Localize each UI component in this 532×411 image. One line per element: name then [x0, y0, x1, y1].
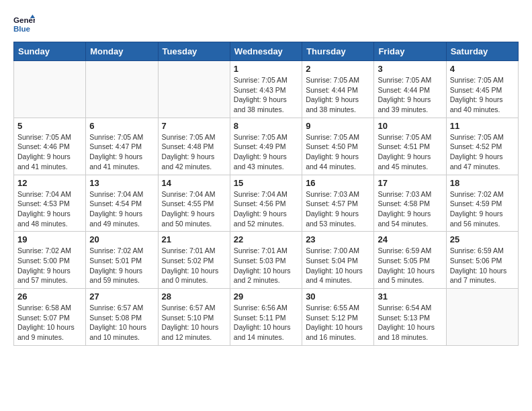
day-number: 8: [234, 121, 298, 131]
calendar-cell: 22Sunrise: 7:01 AM Sunset: 5:03 PM Dayli…: [230, 232, 302, 289]
day-number: 6: [89, 121, 154, 131]
calendar-cell: 27Sunrise: 6:57 AM Sunset: 5:08 PM Dayli…: [86, 289, 158, 346]
calendar-cell: 24Sunrise: 6:59 AM Sunset: 5:05 PM Dayli…: [374, 232, 446, 289]
day-info: Sunrise: 7:05 AM Sunset: 4:51 PM Dayligh…: [378, 132, 442, 172]
calendar-cell: 25Sunrise: 6:59 AM Sunset: 5:06 PM Dayli…: [446, 232, 518, 289]
day-number: 24: [378, 234, 442, 244]
calendar-cell: 15Sunrise: 7:04 AM Sunset: 4:56 PM Dayli…: [230, 175, 302, 232]
day-info: Sunrise: 6:57 AM Sunset: 5:10 PM Dayligh…: [162, 303, 226, 342]
day-info: Sunrise: 7:05 AM Sunset: 4:52 PM Dayligh…: [450, 132, 515, 172]
calendar-cell: 30Sunrise: 6:55 AM Sunset: 5:12 PM Dayli…: [302, 289, 374, 346]
day-info: Sunrise: 7:05 AM Sunset: 4:43 PM Dayligh…: [234, 75, 298, 115]
day-number: 19: [17, 234, 82, 244]
day-number: 26: [17, 291, 82, 302]
day-info: Sunrise: 7:05 AM Sunset: 4:44 PM Dayligh…: [378, 75, 442, 115]
calendar-cell: 1Sunrise: 7:05 AM Sunset: 4:43 PM Daylig…: [230, 61, 302, 118]
calendar-cell: 11Sunrise: 7:05 AM Sunset: 4:52 PM Dayli…: [446, 118, 518, 175]
calendar-cell: [446, 289, 518, 346]
calendar-cell: 10Sunrise: 7:05 AM Sunset: 4:51 PM Dayli…: [374, 118, 446, 175]
svg-text:Blue: Blue: [13, 25, 31, 33]
day-info: Sunrise: 6:54 AM Sunset: 5:13 PM Dayligh…: [378, 303, 442, 342]
day-number: 18: [450, 178, 515, 188]
calendar-cell: 14Sunrise: 7:04 AM Sunset: 4:55 PM Dayli…: [158, 175, 230, 232]
day-number: 5: [17, 121, 82, 131]
weekday-header-thursday: Thursday: [302, 42, 374, 61]
calendar-cell: 28Sunrise: 6:57 AM Sunset: 5:10 PM Dayli…: [158, 289, 230, 346]
calendar-cell: 13Sunrise: 7:04 AM Sunset: 4:54 PM Dayli…: [86, 175, 158, 232]
logo: General Blue: [13, 13, 35, 35]
day-info: Sunrise: 7:05 AM Sunset: 4:48 PM Dayligh…: [162, 132, 226, 172]
day-number: 10: [378, 121, 442, 131]
calendar-cell: 4Sunrise: 7:05 AM Sunset: 4:45 PM Daylig…: [446, 61, 518, 118]
weekday-header-wednesday: Wednesday: [230, 42, 302, 61]
day-number: 23: [306, 234, 370, 244]
day-info: Sunrise: 6:59 AM Sunset: 5:05 PM Dayligh…: [378, 246, 442, 285]
page-header: General Blue: [13, 13, 519, 35]
day-info: Sunrise: 7:02 AM Sunset: 5:01 PM Dayligh…: [89, 246, 154, 285]
day-number: 15: [234, 178, 298, 188]
weekday-header-friday: Friday: [374, 42, 446, 61]
calendar-cell: 29Sunrise: 6:56 AM Sunset: 5:11 PM Dayli…: [230, 289, 302, 346]
day-info: Sunrise: 6:56 AM Sunset: 5:11 PM Dayligh…: [234, 303, 298, 342]
calendar-cell: 17Sunrise: 7:03 AM Sunset: 4:58 PM Dayli…: [374, 175, 446, 232]
day-info: Sunrise: 7:05 AM Sunset: 4:45 PM Dayligh…: [450, 75, 515, 115]
day-info: Sunrise: 6:58 AM Sunset: 5:07 PM Dayligh…: [17, 303, 82, 342]
calendar-cell: 23Sunrise: 7:00 AM Sunset: 5:04 PM Dayli…: [302, 232, 374, 289]
day-number: 29: [234, 291, 298, 302]
day-info: Sunrise: 7:05 AM Sunset: 4:46 PM Dayligh…: [17, 132, 82, 172]
day-number: 16: [306, 178, 370, 188]
day-info: Sunrise: 7:05 AM Sunset: 4:47 PM Dayligh…: [89, 132, 154, 172]
day-number: 22: [234, 234, 298, 244]
calendar-cell: [14, 61, 86, 118]
calendar-cell: 9Sunrise: 7:05 AM Sunset: 4:50 PM Daylig…: [302, 118, 374, 175]
day-info: Sunrise: 7:00 AM Sunset: 5:04 PM Dayligh…: [306, 246, 370, 285]
weekday-header-sunday: Sunday: [14, 42, 86, 61]
calendar-cell: 20Sunrise: 7:02 AM Sunset: 5:01 PM Dayli…: [86, 232, 158, 289]
calendar-cell: 26Sunrise: 6:58 AM Sunset: 5:07 PM Dayli…: [14, 289, 86, 346]
day-number: 25: [450, 234, 515, 244]
calendar-cell: 21Sunrise: 7:01 AM Sunset: 5:02 PM Dayli…: [158, 232, 230, 289]
day-number: 3: [378, 64, 442, 74]
day-info: Sunrise: 7:04 AM Sunset: 4:56 PM Dayligh…: [234, 189, 298, 229]
calendar-cell: [158, 61, 230, 118]
day-number: 21: [162, 234, 226, 244]
day-info: Sunrise: 7:04 AM Sunset: 4:54 PM Dayligh…: [89, 189, 154, 229]
day-info: Sunrise: 7:01 AM Sunset: 5:02 PM Dayligh…: [162, 246, 226, 285]
calendar-cell: 19Sunrise: 7:02 AM Sunset: 5:00 PM Dayli…: [14, 232, 86, 289]
day-number: 12: [17, 178, 82, 188]
day-info: Sunrise: 7:03 AM Sunset: 4:57 PM Dayligh…: [306, 189, 370, 229]
calendar-table: SundayMondayTuesdayWednesdayThursdayFrid…: [13, 42, 519, 346]
day-info: Sunrise: 7:03 AM Sunset: 4:58 PM Dayligh…: [378, 189, 442, 229]
day-number: 28: [162, 291, 226, 302]
day-info: Sunrise: 7:05 AM Sunset: 4:50 PM Dayligh…: [306, 132, 370, 172]
day-number: 7: [162, 121, 226, 131]
calendar-week-row: 19Sunrise: 7:02 AM Sunset: 5:00 PM Dayli…: [14, 232, 519, 289]
day-info: Sunrise: 6:59 AM Sunset: 5:06 PM Dayligh…: [450, 246, 515, 285]
day-info: Sunrise: 7:05 AM Sunset: 4:49 PM Dayligh…: [234, 132, 298, 172]
day-number: 11: [450, 121, 515, 131]
weekday-header-monday: Monday: [86, 42, 158, 61]
day-number: 31: [378, 291, 442, 302]
day-number: 20: [89, 234, 154, 244]
calendar-cell: 3Sunrise: 7:05 AM Sunset: 4:44 PM Daylig…: [374, 61, 446, 118]
weekday-header-row: SundayMondayTuesdayWednesdayThursdayFrid…: [14, 42, 519, 61]
calendar-cell: 6Sunrise: 7:05 AM Sunset: 4:47 PM Daylig…: [86, 118, 158, 175]
calendar-week-row: 1Sunrise: 7:05 AM Sunset: 4:43 PM Daylig…: [14, 61, 519, 118]
weekday-header-tuesday: Tuesday: [158, 42, 230, 61]
weekday-header-saturday: Saturday: [446, 42, 518, 61]
day-info: Sunrise: 7:01 AM Sunset: 5:03 PM Dayligh…: [234, 246, 298, 285]
calendar-week-row: 26Sunrise: 6:58 AM Sunset: 5:07 PM Dayli…: [14, 289, 519, 346]
calendar-cell: [86, 61, 158, 118]
day-info: Sunrise: 7:04 AM Sunset: 4:53 PM Dayligh…: [17, 189, 82, 229]
day-number: 17: [378, 178, 442, 188]
day-number: 13: [89, 178, 154, 188]
day-number: 14: [162, 178, 226, 188]
day-number: 4: [450, 64, 515, 74]
calendar-cell: 8Sunrise: 7:05 AM Sunset: 4:49 PM Daylig…: [230, 118, 302, 175]
day-number: 9: [306, 121, 370, 131]
day-info: Sunrise: 7:05 AM Sunset: 4:44 PM Dayligh…: [306, 75, 370, 115]
day-info: Sunrise: 7:04 AM Sunset: 4:55 PM Dayligh…: [162, 189, 226, 229]
day-number: 2: [306, 64, 370, 74]
day-info: Sunrise: 6:57 AM Sunset: 5:08 PM Dayligh…: [89, 303, 154, 342]
calendar-week-row: 12Sunrise: 7:04 AM Sunset: 4:53 PM Dayli…: [14, 175, 519, 232]
